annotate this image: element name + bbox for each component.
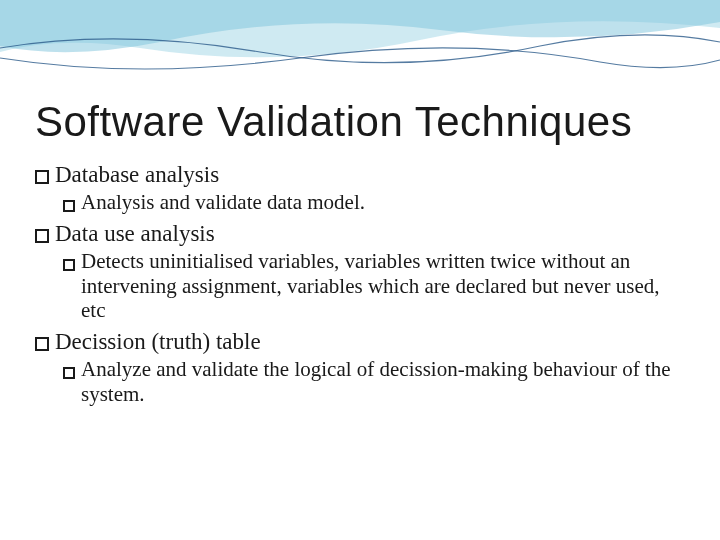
sub-bullet-label: Analysis and validate data model. xyxy=(81,190,685,215)
bullet-label: Database analysis xyxy=(55,162,685,188)
square-bullet-icon xyxy=(35,229,49,243)
square-bullet-icon xyxy=(63,259,75,271)
square-bullet-icon xyxy=(35,170,49,184)
bullet-item: Decission (truth) table xyxy=(35,329,685,355)
sub-bullet-item: Analysis and validate data model. xyxy=(63,190,685,215)
sub-bullet-label: Analyze and validate the logical of deci… xyxy=(81,357,685,407)
decorative-wave xyxy=(0,0,720,100)
square-bullet-icon xyxy=(63,200,75,212)
square-bullet-icon xyxy=(63,367,75,379)
bullet-label: Data use analysis xyxy=(55,221,685,247)
sub-bullet-label: Detects uninitialised variables, variabl… xyxy=(81,249,685,323)
square-bullet-icon xyxy=(35,337,49,351)
slide-title: Software Validation Techniques xyxy=(35,98,685,146)
sub-bullet-item: Analyze and validate the logical of deci… xyxy=(63,357,685,407)
bullet-item: Database analysis xyxy=(35,162,685,188)
sub-bullet-item: Detects uninitialised variables, variabl… xyxy=(63,249,685,323)
bullet-item: Data use analysis xyxy=(35,221,685,247)
slide-content: Software Validation Techniques Database … xyxy=(0,98,720,407)
bullet-label: Decission (truth) table xyxy=(55,329,685,355)
